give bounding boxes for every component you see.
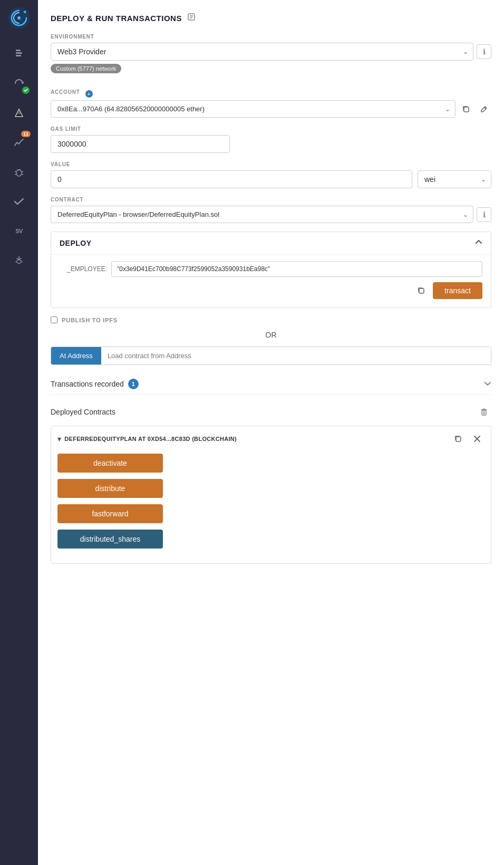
svg-rect-3 <box>16 52 22 54</box>
account-add-icon[interactable]: + <box>85 90 93 98</box>
contract-instance-name: DEFERREDEQUITYPLAN AT 0XD54...8C83D (BLO… <box>64 436 237 442</box>
svg-line-8 <box>15 171 16 172</box>
account-copy-btn[interactable] <box>459 102 473 117</box>
deployed-contracts-header: Deployed Contracts <box>51 400 491 426</box>
value-input[interactable] <box>51 170 412 188</box>
employee-param-input[interactable] <box>111 261 482 277</box>
page-title-row: DEPLOY & RUN TRANSACTIONS <box>51 13 491 23</box>
svg-point-1 <box>17 16 21 20</box>
fastforward-btn[interactable]: fastforward <box>57 504 163 523</box>
deployed-contracts-delete-btn[interactable] <box>477 405 491 419</box>
instance-close-btn[interactable] <box>470 431 484 446</box>
contract-select[interactable]: DeferredEquityPlan - browser/DeferredEqu… <box>51 206 473 223</box>
bug-icon[interactable] <box>9 162 28 181</box>
environment-label: ENVIRONMENT <box>51 34 491 40</box>
param-label: _EMPLOYEE: <box>60 265 107 273</box>
gas-limit-section: GAS LIMIT <box>51 126 491 153</box>
value-section: VALUE wei gwei finney ether ⌄ <box>51 161 491 188</box>
account-edit-btn[interactable] <box>477 102 491 117</box>
account-section: ACCOUNT + 0x8Ea...970A6 (64.828056520000… <box>51 89 491 118</box>
analytics-badge: 11 <box>21 131 31 137</box>
gas-limit-label: GAS LIMIT <box>51 126 491 132</box>
gas-limit-input[interactable] <box>51 135 230 153</box>
account-label: ACCOUNT <box>51 89 80 95</box>
transactions-row: Transactions recorded 1 <box>51 373 491 395</box>
deploy-icon[interactable] <box>9 103 28 122</box>
deploy-section: DEPLOY _EMPLOYEE: transact <box>51 232 491 308</box>
instance-expand-icon[interactable]: ▾ <box>57 435 61 443</box>
deactivate-btn[interactable]: deactivate <box>57 454 163 473</box>
sv-icon[interactable]: SV <box>9 222 28 241</box>
contract-instance: ▾ DEFERREDEQUITYPLAN AT 0XD54...8C83D (B… <box>51 426 491 564</box>
plugin-icon[interactable] <box>9 251 28 270</box>
deploy-copy-btn[interactable] <box>414 283 429 298</box>
svg-rect-4 <box>16 55 21 56</box>
sidebar: 11 SV <box>0 0 38 865</box>
page-title: DEPLOY & RUN TRANSACTIONS <box>51 14 182 23</box>
instance-copy-btn[interactable] <box>451 431 466 446</box>
environment-info-btn[interactable]: ℹ <box>477 44 491 59</box>
contract-label: CONTRACT <box>51 197 491 203</box>
value-unit-select[interactable]: wei gwei finney ether <box>418 170 491 188</box>
main-panel: DEPLOY & RUN TRANSACTIONS ENVIRONMENT We… <box>38 0 504 865</box>
distributed-shares-btn[interactable]: distributed_shares <box>57 530 163 549</box>
deploy-title: DEPLOY <box>60 239 92 247</box>
deploy-param-row: _EMPLOYEE: <box>60 261 482 277</box>
transactions-label: Transactions recorded <box>51 380 124 388</box>
publish-ipfs-row: PUBLISH TO IPFS <box>51 316 491 323</box>
or-divider: OR <box>51 331 491 339</box>
svg-rect-22 <box>456 437 461 441</box>
check-icon[interactable] <box>9 192 28 211</box>
doc-icon[interactable] <box>187 13 196 23</box>
at-address-row: At Address <box>51 347 491 365</box>
svg-point-7 <box>16 170 22 176</box>
value-label: VALUE <box>51 161 491 167</box>
account-select[interactable]: 0x8Ea...970A6 (64.828056520000000005 eth… <box>51 100 455 118</box>
transactions-count-badge: 1 <box>128 379 139 389</box>
deploy-body: _EMPLOYEE: transact <box>51 254 491 307</box>
svg-rect-2 <box>16 50 21 51</box>
publish-ipfs-label: PUBLISH TO IPFS <box>62 317 118 323</box>
compile-icon[interactable] <box>9 74 28 93</box>
contract-instance-header: ▾ DEFERREDEQUITYPLAN AT 0XD54...8C83D (B… <box>57 431 484 446</box>
deploy-collapse-icon <box>475 238 482 248</box>
logo[interactable] <box>7 6 31 32</box>
publish-ipfs-checkbox[interactable] <box>51 316 57 323</box>
transact-btn[interactable]: transact <box>433 282 482 299</box>
distribute-btn[interactable]: distribute <box>57 479 163 498</box>
svg-line-10 <box>15 174 16 175</box>
deploy-header[interactable]: DEPLOY <box>51 232 491 254</box>
transactions-toggle-icon[interactable] <box>484 380 491 389</box>
svg-rect-16 <box>464 107 469 112</box>
file-icon[interactable] <box>9 44 28 63</box>
deploy-actions: transact <box>60 282 482 299</box>
network-badge: Custom (5777) network <box>51 64 121 73</box>
contract-info-btn[interactable]: ℹ <box>477 207 491 222</box>
analytics-icon[interactable]: 11 <box>9 133 28 152</box>
svg-line-11 <box>22 174 23 175</box>
environment-select[interactable]: Web3 Provider <box>51 43 473 61</box>
svg-rect-18 <box>419 289 424 293</box>
deployed-contracts-title: Deployed Contracts <box>51 408 115 416</box>
contract-section: CONTRACT DeferredEquityPlan - browser/De… <box>51 197 491 223</box>
at-address-input[interactable] <box>101 347 491 364</box>
at-address-btn[interactable]: At Address <box>51 347 101 364</box>
svg-line-9 <box>22 171 23 172</box>
environment-section: ENVIRONMENT Web3 Provider ⌄ ℹ Custom (57… <box>51 34 491 81</box>
svg-rect-19 <box>482 410 486 415</box>
